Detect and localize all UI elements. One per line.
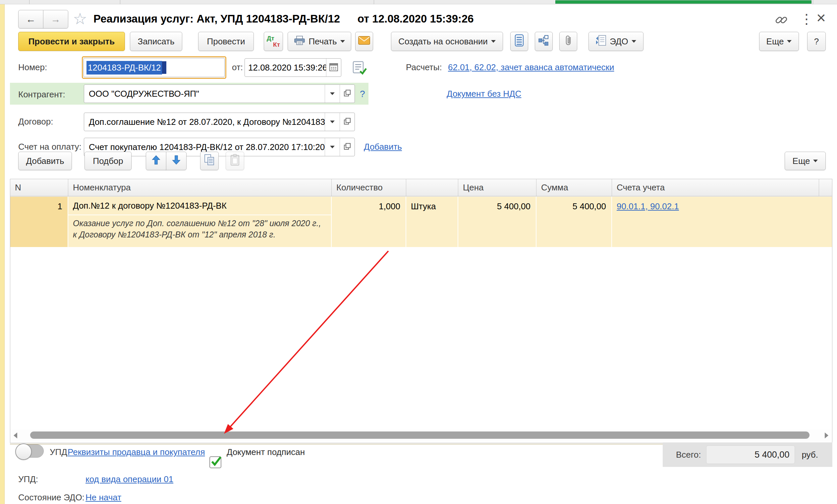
contract-input[interactable]: Доп.соглашение №12 от 28.07.2020, к Дого… xyxy=(84,113,355,131)
dt-kt-button[interactable]: Дт Кт xyxy=(264,32,283,51)
reports-button[interactable] xyxy=(510,32,528,51)
create-on-basis-button[interactable]: Создать на основании xyxy=(391,32,503,51)
counterparty-open-button[interactable] xyxy=(340,85,355,102)
toggle-knob-icon xyxy=(15,443,32,460)
upd-label: УПД: xyxy=(18,474,38,484)
upd-operation-code-link[interactable]: код вида операции 01 xyxy=(86,474,173,484)
edo-button[interactable]: ЭДО xyxy=(588,32,643,51)
favorite-star-icon[interactable]: ☆ xyxy=(73,9,87,28)
invoice-add-link[interactable]: Добавить xyxy=(364,142,402,152)
post-label: Провести xyxy=(207,36,245,47)
nav-back-button[interactable]: ← xyxy=(18,10,43,29)
help-label: ? xyxy=(814,36,819,47)
col-header-nomenclature[interactable]: Номенклатура xyxy=(68,179,332,196)
document-title: Реализация услуг: Акт, УПД 1204183-РД-ВК… xyxy=(93,13,340,25)
nomenclature-value: Доп.№12 к договору №1204183-РД-ВК xyxy=(73,201,227,211)
col-header-n[interactable]: N xyxy=(10,179,68,196)
invoice-dropdown-button[interactable] xyxy=(325,138,340,156)
scrollbar-thumb[interactable] xyxy=(30,431,809,439)
invoice-open-button[interactable] xyxy=(340,138,355,156)
accounts-link[interactable]: 90.01.1, 90.02.1 xyxy=(617,201,679,211)
items-table: N Номенклатура Количество Цена Сумма Сче… xyxy=(10,179,832,443)
document-title-date: от 12.08.2020 15:39:26 xyxy=(358,13,474,25)
signed-label: Документ подписан xyxy=(227,447,305,457)
nomenclature-description: Оказание услуг по Доп. соглашению №12 от… xyxy=(68,215,331,240)
upd-toggle-label: УПД xyxy=(50,447,67,457)
print-label: Печать xyxy=(308,36,337,47)
cell-accounts[interactable]: 90.01.1, 90.02.1 xyxy=(612,197,819,247)
edo-state-link[interactable]: Не начат xyxy=(86,492,121,503)
arrow-up-icon xyxy=(152,155,160,167)
calendar-icon xyxy=(329,62,338,73)
no-vat-link[interactable]: Документ без НДС xyxy=(447,89,521,99)
help-button[interactable]: ? xyxy=(807,32,826,51)
get-link-icon[interactable] xyxy=(774,13,789,27)
items-pick-button[interactable]: Подбор xyxy=(85,152,131,170)
cell-amount[interactable]: 5 400,00 xyxy=(536,197,612,247)
number-input[interactable]: 1204183-РД-ВК/12 xyxy=(84,58,225,77)
contract-dropdown-button[interactable] xyxy=(325,113,340,131)
send-email-button[interactable] xyxy=(355,32,373,51)
col-header-price[interactable]: Цена xyxy=(458,179,536,196)
post-and-close-button[interactable]: Провести и закрыть xyxy=(18,32,125,51)
dt-kt-icon: Дт Кт xyxy=(267,35,280,48)
edo-label: ЭДО xyxy=(610,36,628,47)
post-and-close-label: Провести и закрыть xyxy=(29,36,115,47)
kebab-menu-icon[interactable]: ⋮ xyxy=(800,11,813,26)
progress-green-bar xyxy=(555,0,812,4)
write-button[interactable]: Записать xyxy=(130,32,182,51)
calendar-button[interactable] xyxy=(326,59,341,76)
left-panel-strip xyxy=(0,4,5,504)
cell-n[interactable]: 1 xyxy=(10,197,68,247)
scroll-left-icon[interactable] xyxy=(14,432,17,438)
counterparty-help-link[interactable]: ? xyxy=(360,89,365,99)
copy-row-button[interactable] xyxy=(200,152,219,170)
horizontal-scrollbar[interactable] xyxy=(11,429,831,442)
edo-document-icon xyxy=(596,34,606,49)
number-field-focus: 1204183-РД-ВК/12 xyxy=(82,56,226,79)
print-button[interactable]: Печать xyxy=(288,32,351,51)
paste-row-button[interactable] xyxy=(226,152,244,170)
cell-quantity[interactable]: 1,000 xyxy=(332,197,406,247)
chevron-down-icon xyxy=(330,146,335,148)
signed-checkbox[interactable] xyxy=(209,456,221,468)
structure-button[interactable] xyxy=(535,32,553,51)
scroll-right-icon[interactable] xyxy=(825,432,829,438)
counterparty-input[interactable]: ООО "СОДРУЖЕСТВО-ЯП" xyxy=(84,85,355,103)
col-header-amount[interactable]: Сумма xyxy=(536,179,612,196)
post-button[interactable]: Провести xyxy=(198,32,254,51)
cell-nomenclature[interactable]: Доп.№12 к договору №1204183-РД-ВК Оказан… xyxy=(68,197,332,247)
structure-icon xyxy=(538,35,549,48)
col-header-unit[interactable] xyxy=(406,179,458,196)
contract-open-button[interactable] xyxy=(340,113,355,131)
date-input[interactable]: 12.08.2020 15:39:26 xyxy=(245,58,341,77)
text-caret xyxy=(162,61,166,74)
counterparty-dropdown-button[interactable] xyxy=(325,85,340,102)
more-button-top[interactable]: Еще xyxy=(759,32,799,51)
col-header-quantity[interactable]: Количество xyxy=(332,179,406,196)
comment-check-icon[interactable] xyxy=(352,60,367,75)
settlements-link[interactable]: 62.01, 62.02, зачет аванса автоматически xyxy=(448,62,614,73)
items-add-label: Добавить xyxy=(26,156,64,166)
col-header-accounts[interactable]: Счета учета xyxy=(612,179,819,196)
move-up-button[interactable] xyxy=(146,152,166,170)
top-strip xyxy=(0,0,837,4)
strip-divider xyxy=(374,0,374,4)
nav-forward-button[interactable]: → xyxy=(43,10,68,29)
attachments-button[interactable] xyxy=(559,32,577,51)
close-icon[interactable]: × xyxy=(817,8,826,27)
cell-price[interactable]: 5 400,00 xyxy=(458,197,536,247)
upd-toggle[interactable] xyxy=(16,444,44,458)
table-row[interactable]: 1 Доп.№12 к договору №1204183-РД-ВК Оказ… xyxy=(10,197,832,247)
checkmark-icon xyxy=(209,454,223,468)
requisites-link[interactable]: Реквизиты продавца и покупателя xyxy=(68,447,205,457)
items-add-button[interactable]: Добавить xyxy=(18,152,72,170)
move-down-button[interactable] xyxy=(166,152,186,170)
report-list-icon xyxy=(515,34,524,49)
number-selected-text: 1204183-РД-ВК/12 xyxy=(87,61,162,75)
items-more-button[interactable]: Еще xyxy=(785,152,826,170)
edo-state-label: Состояние ЭДО: xyxy=(18,492,85,503)
cell-unit[interactable]: Штука xyxy=(406,197,458,247)
chevron-down-icon xyxy=(330,120,335,123)
paperclip-icon xyxy=(564,34,573,49)
